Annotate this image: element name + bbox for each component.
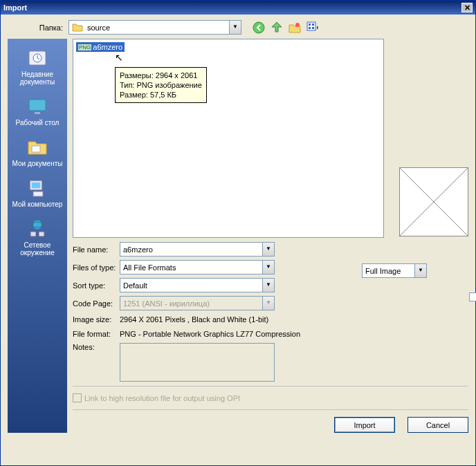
filetype-label: Files of type: [73, 263, 120, 272]
tooltip-dimensions: Размеры: 2964 x 2061 [120, 71, 202, 80]
notes-label: Notes: [73, 343, 120, 351]
desktop-icon [26, 95, 48, 118]
import-dialog: Import ✕ Папка: ▼ Нед [0, 0, 476, 466]
sort-combo[interactable]: Default ▼ [120, 278, 275, 292]
computer-icon [26, 177, 48, 199]
notes-field [120, 343, 275, 382]
file-tooltip: Размеры: 2964 x 2061 Тип: PNG изображени… [115, 67, 207, 103]
filename-label: File name: [73, 245, 120, 254]
titlebar: Import ✕ [1, 1, 475, 15]
sidebar-label: Мои документы [12, 160, 63, 167]
checkbox-box [469, 292, 476, 301]
fileformat-value: PNG - Portable Network Graphics LZ77 Com… [120, 328, 300, 339]
sidebar-item-desktop[interactable]: Рабочий стол [9, 93, 66, 129]
cursor-icon: ↖ [115, 52, 123, 63]
svg-rect-14 [33, 192, 43, 196]
imagesize-label: Image size: [73, 315, 120, 324]
dropdown-button[interactable]: ▼ [262, 243, 274, 256]
sidebar-label: Недавние документы [9, 71, 66, 86]
file-item-selected[interactable]: PNG a6mzero [76, 42, 125, 52]
close-button[interactable]: ✕ [461, 3, 473, 12]
dropdown-button[interactable]: ▼ [262, 279, 274, 292]
dialog-buttons: Import Cancel [73, 417, 468, 433]
svg-rect-5 [309, 27, 311, 29]
codepage-label: Code Page: [73, 299, 120, 308]
import-button[interactable]: Import [334, 417, 395, 433]
imagesize-value: 2964 X 2061 Pixels , Black and White (1-… [120, 314, 268, 325]
preview-thumbnail [399, 167, 468, 236]
folder-input[interactable] [86, 21, 229, 34]
dropdown-button: ▼ [262, 297, 274, 310]
svg-rect-3 [309, 24, 311, 26]
svg-rect-10 [35, 112, 40, 114]
svg-rect-6 [312, 27, 314, 29]
dropdown-button[interactable]: ▼ [414, 264, 426, 277]
sidebar-label: Мой компьютер [12, 201, 63, 208]
svg-rect-17 [39, 232, 44, 236]
sidebar-label: Рабочий стол [16, 119, 60, 127]
preview-checkbox[interactable]: Preview [469, 292, 476, 301]
fileformat-label: File format: [73, 330, 120, 338]
back-icon[interactable] [253, 21, 265, 34]
filename-value: a6mzero [120, 245, 262, 254]
sidebar-item-mydocs[interactable]: Мои документы [9, 133, 66, 170]
tooltip-type: Тип: PNG изображение [120, 80, 202, 90]
sidebar-item-recent[interactable]: Недавние документы [9, 44, 66, 88]
view-menu-icon[interactable] [306, 21, 319, 34]
file-list[interactable]: PNG a6mzero ↖ Размеры: 2964 x 2061 Тип: … [73, 39, 384, 238]
codepage-value: 1251 (ANSI - кириллица) [120, 299, 262, 308]
new-folder-icon[interactable] [289, 21, 301, 34]
cancel-button[interactable]: Cancel [408, 417, 468, 433]
svg-rect-2 [307, 22, 315, 30]
folder-dropdown-button[interactable]: ▼ [229, 21, 241, 34]
filename-combo[interactable]: a6mzero ▼ [120, 242, 275, 257]
form-area: File name: a6mzero ▼ Files of type: All … [73, 242, 460, 382]
mydocs-icon [26, 136, 48, 158]
codepage-combo: 1251 (ANSI - кириллица) ▼ [120, 296, 275, 310]
sidebar-label: Сетевое окружение [9, 241, 66, 257]
folder-label: Папка: [8, 24, 68, 32]
sort-label: Sort type: [73, 281, 120, 290]
folder-row: Папка: ▼ [8, 20, 468, 35]
places-sidebar: Недавние документы Рабочий стол Мои доку… [8, 39, 67, 433]
recent-icon [26, 47, 48, 69]
filetype-value: All File Formats [120, 263, 262, 272]
sort-value: Default [120, 281, 262, 290]
opi-checkbox: Link to high resolution file for output … [73, 386, 468, 410]
svg-rect-11 [32, 146, 40, 152]
network-icon [26, 218, 48, 240]
svg-rect-16 [30, 232, 36, 236]
svg-point-1 [295, 23, 300, 27]
checkbox-box [73, 393, 82, 402]
window-title: Import [3, 3, 461, 12]
dropdown-button[interactable]: ▼ [262, 261, 274, 274]
file-name: a6mzero [93, 43, 122, 51]
fullimage-combo[interactable]: Full Image ▼ [362, 263, 427, 278]
filetype-combo[interactable]: All File Formats ▼ [120, 260, 275, 274]
svg-rect-13 [32, 183, 40, 188]
folder-combo[interactable]: ▼ [68, 20, 241, 35]
png-badge-icon: PNG [78, 44, 91, 50]
svg-point-0 [253, 22, 264, 33]
svg-rect-9 [29, 100, 46, 111]
svg-point-15 [33, 220, 42, 230]
folder-icon [72, 22, 83, 33]
nav-icons [253, 21, 319, 34]
sidebar-item-network[interactable]: Сетевое окружение [9, 215, 66, 259]
fullimage-value: Full Image [363, 267, 414, 275]
tooltip-size: Размер: 57,5 КБ [120, 90, 202, 100]
up-icon[interactable] [271, 21, 283, 34]
sidebar-item-mycomputer[interactable]: Мой компьютер [9, 174, 66, 211]
svg-rect-4 [312, 24, 314, 26]
